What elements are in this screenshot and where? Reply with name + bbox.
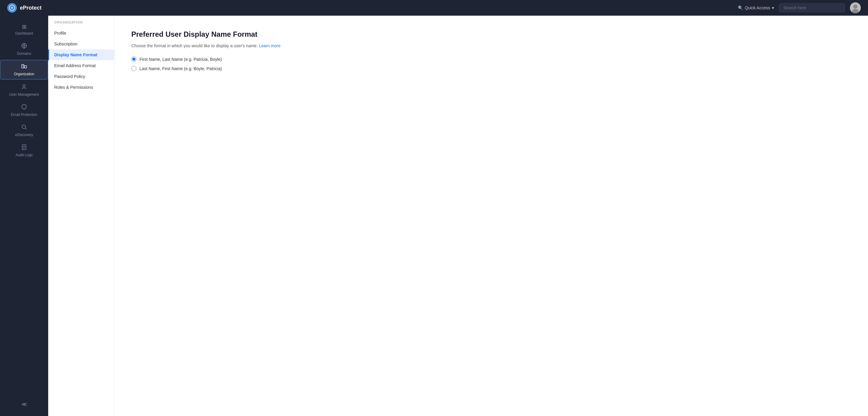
radio-first-last[interactable]	[131, 57, 136, 62]
search-icon: 🔍	[738, 5, 743, 10]
sidebar-item-ediscovery[interactable]: eDiscovery	[0, 121, 48, 140]
sidebar-item-label: eDiscovery	[15, 133, 33, 137]
sidebar-nav: ⊞ Dashboard Domains	[0, 21, 48, 397]
svg-point-10	[23, 85, 25, 87]
radio-group: First Name, Last Name (e.g. Patricia, Bo…	[131, 57, 851, 71]
avatar[interactable]	[850, 2, 861, 13]
sidebar-item-label: User Management	[9, 92, 39, 97]
page-description: Choose the format in which you would lik…	[131, 43, 851, 48]
sub-sidebar-item-email-address-format[interactable]: Email Address Format	[48, 60, 114, 71]
quick-access-button[interactable]: 🔍 Quick Access ▾	[738, 5, 774, 10]
audit-logs-icon	[21, 144, 27, 152]
collapse-icon: ≪	[21, 401, 27, 408]
learn-more-link[interactable]: Learn more	[259, 43, 281, 48]
organization-icon	[21, 63, 27, 71]
sub-sidebar-item-roles-permissions[interactable]: Roles & Permissions	[48, 82, 114, 93]
sidebar-item-label: Domains	[17, 52, 31, 56]
svg-rect-7	[24, 66, 27, 68]
dashboard-icon: ⊞	[22, 24, 27, 30]
radio-last-first[interactable]	[131, 66, 136, 71]
quick-access-label: Quick Access	[745, 5, 770, 10]
chevron-down-icon: ▾	[772, 5, 774, 10]
svg-point-2	[853, 4, 858, 9]
page-title: Preferred User Display Name Format	[131, 30, 851, 38]
sidebar-collapse-button[interactable]: ≪	[0, 397, 48, 411]
sidebar: ⊞ Dashboard Domains	[0, 15, 48, 416]
radio-option-last-first[interactable]: Last Name, First Name (e.g. Boyle, Patri…	[131, 66, 851, 71]
sidebar-item-email-protection[interactable]: Email Protection	[0, 101, 48, 120]
app-name: eProtect	[20, 5, 41, 11]
sub-sidebar-item-subscription[interactable]: Subscription	[48, 38, 114, 50]
main-content: Preferred User Display Name Format Choos…	[115, 15, 868, 416]
sidebar-item-user-management[interactable]: User Management	[0, 81, 48, 100]
app-logo: eProtect	[7, 3, 738, 13]
description-text: Choose the format in which you would lik…	[131, 43, 258, 48]
sidebar-item-label: Dashboard	[16, 31, 33, 35]
sidebar-item-domains[interactable]: Domains	[0, 40, 48, 59]
user-icon	[21, 84, 27, 91]
sidebar-item-audit-logs[interactable]: Audit Logs	[0, 141, 48, 160]
sub-sidebar-item-profile[interactable]: Profile	[48, 28, 114, 38]
app-body: ⊞ Dashboard Domains	[0, 15, 868, 416]
radio-option-first-last[interactable]: First Name, Last Name (e.g. Patricia, Bo…	[131, 57, 851, 62]
sub-sidebar-title: ORGANIZATION	[48, 21, 114, 28]
sub-sidebar: ORGANIZATION Profile Subscription Displa…	[48, 15, 115, 416]
sub-sidebar-item-password-policy[interactable]: Password Policy	[48, 71, 114, 82]
header-right: 🔍 Quick Access ▾	[738, 2, 861, 13]
sub-sidebar-item-display-name-format[interactable]: Display Name Format	[48, 50, 114, 60]
sidebar-item-label: Audit Logs	[16, 153, 33, 157]
sidebar-item-organization[interactable]: Organization	[0, 60, 48, 79]
sidebar-item-label: Email Protection	[11, 113, 37, 117]
svg-point-11	[22, 125, 26, 129]
sidebar-item-label: Organization	[14, 72, 34, 76]
shield-icon	[21, 104, 27, 111]
sidebar-item-dashboard[interactable]: ⊞ Dashboard	[0, 21, 48, 38]
search-input[interactable]	[779, 3, 845, 12]
radio-label-first-last: First Name, Last Name (e.g. Patricia, Bo…	[140, 57, 222, 62]
ediscovery-icon	[21, 124, 27, 132]
header: eProtect 🔍 Quick Access ▾	[0, 0, 868, 15]
radio-label-last-first: Last Name, First Name (e.g. Boyle, Patri…	[140, 66, 222, 71]
logo-icon	[7, 3, 17, 13]
domains-icon	[21, 43, 27, 50]
svg-line-12	[25, 128, 27, 129]
